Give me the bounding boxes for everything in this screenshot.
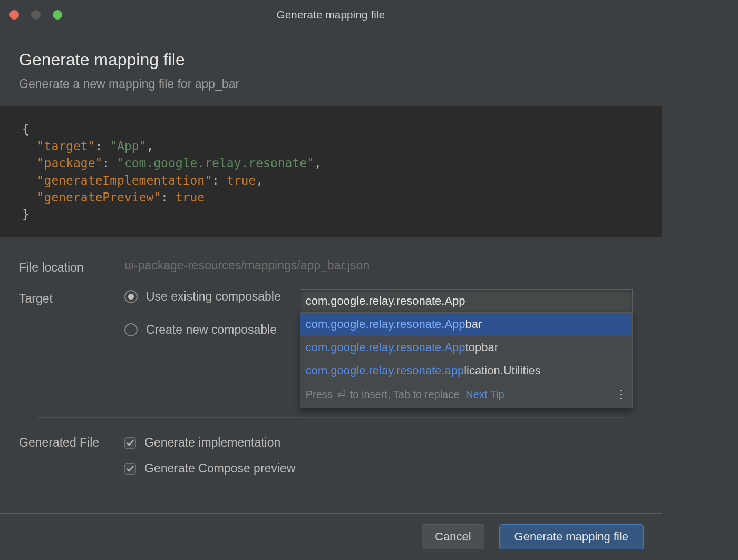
text-caret-icon bbox=[467, 295, 467, 307]
autocomplete-item[interactable]: com.google.relay.resonate.Appbar bbox=[300, 313, 632, 336]
target-input[interactable]: com.google.relay.resonate.App bbox=[300, 289, 633, 312]
next-tip-link[interactable]: Next Tip bbox=[465, 389, 504, 401]
window-title: Generate mapping file bbox=[0, 8, 662, 21]
autocomplete-item[interactable]: com.google.relay.resonate.application.Ut… bbox=[300, 359, 632, 382]
cancel-button[interactable]: Cancel bbox=[422, 524, 484, 549]
suggestion-hint: Press bbox=[306, 389, 333, 401]
code-preview: { "target": "App", "package": "com.googl… bbox=[0, 106, 662, 237]
checkbox-impl-label: Generate implementation bbox=[144, 436, 280, 450]
radio-icon bbox=[124, 290, 138, 303]
page-title: Generate mapping file bbox=[19, 50, 662, 70]
target-input-value: com.google.relay.resonate.App bbox=[306, 294, 465, 308]
checkbox-generate-preview[interactable]: Generate Compose preview bbox=[124, 461, 643, 476]
checkbox-icon bbox=[124, 437, 136, 449]
autocomplete-item[interactable]: com.google.relay.resonate.Apptopbar bbox=[300, 336, 632, 359]
generated-file-label: Generated File bbox=[19, 433, 124, 450]
radio-icon bbox=[124, 323, 138, 336]
section-separator bbox=[38, 417, 624, 418]
window-close-icon[interactable] bbox=[9, 10, 19, 20]
target-label: Target bbox=[19, 289, 124, 306]
file-location-value: ui-package-resources/mappings/app_bar.js… bbox=[124, 258, 643, 273]
radio-use-existing[interactable]: Use existing composable bbox=[124, 289, 281, 304]
page-subtitle: Generate a new mapping file for app_bar bbox=[19, 77, 662, 91]
enter-key-icon: ⏎ bbox=[337, 388, 346, 401]
radio-use-existing-label: Use existing composable bbox=[146, 289, 281, 304]
titlebar: Generate mapping file bbox=[0, 0, 662, 30]
window-minimize-icon bbox=[31, 10, 41, 20]
radio-create-new[interactable]: Create new composable bbox=[124, 323, 281, 337]
generate-button[interactable]: Generate mapping file bbox=[499, 524, 644, 549]
checkbox-preview-label: Generate Compose preview bbox=[144, 461, 295, 476]
autocomplete-popup: com.google.relay.resonate.Appbarcom.goog… bbox=[300, 312, 633, 408]
file-location-label: File location bbox=[19, 258, 124, 275]
checkbox-icon bbox=[124, 463, 136, 475]
window-zoom-icon[interactable] bbox=[53, 10, 62, 20]
radio-create-new-label: Create new composable bbox=[146, 323, 277, 337]
checkbox-generate-implementation[interactable]: Generate implementation bbox=[124, 436, 643, 450]
more-options-icon[interactable]: ⋮ bbox=[615, 388, 627, 401]
suggestion-hint-2: to insert, Tab to replace bbox=[350, 389, 460, 401]
